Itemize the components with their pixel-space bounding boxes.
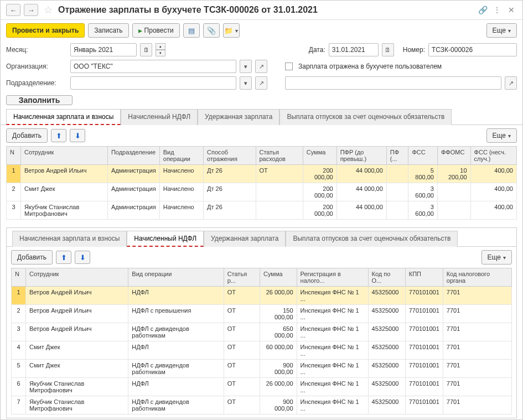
cell[interactable]: 60 000,00: [260, 341, 297, 360]
cell[interactable]: Якубчик Станислав Митрофанович: [21, 201, 108, 220]
column-header[interactable]: N: [7, 147, 21, 165]
cell[interactable]: Ветров Андрей Ильич: [26, 323, 128, 341]
post-and-close-button[interactable]: Провести и закрыть: [6, 23, 85, 38]
cell[interactable]: 3: [7, 201, 21, 220]
cell[interactable]: 7701: [443, 323, 511, 341]
org-field[interactable]: ООО "ТЕКС": [70, 60, 236, 73]
cell[interactable]: 900 000,00: [260, 360, 297, 378]
cell[interactable]: [386, 183, 408, 201]
column-header[interactable]: Способ отражения: [204, 147, 256, 165]
cell[interactable]: ОТ: [256, 165, 303, 183]
cell[interactable]: 45325000: [368, 341, 405, 360]
cell[interactable]: 650 000,00: [260, 323, 297, 341]
cell[interactable]: 400,00: [470, 183, 516, 201]
cell[interactable]: 400,00: [470, 201, 516, 220]
cell[interactable]: Инспекция ФНС № 1 ...: [297, 323, 368, 341]
cell[interactable]: НДФЛ с дивидендов работникам: [128, 323, 224, 341]
cell[interactable]: 770101001: [405, 378, 443, 396]
cell[interactable]: [386, 165, 408, 183]
cell[interactable]: 400,00: [470, 165, 516, 183]
table-row[interactable]: 6Якубчик Станислав МитрофановичНДФЛОТ26 …: [12, 378, 512, 396]
nav-back-button[interactable]: ←: [6, 4, 20, 16]
add-button-1[interactable]: Добавить: [6, 128, 48, 143]
cell[interactable]: 26 000,00: [260, 378, 297, 396]
cell[interactable]: Дт 26: [204, 183, 256, 201]
document-button[interactable]: ▤: [183, 23, 200, 38]
cell[interactable]: Ветров Андрей Ильич: [21, 165, 108, 183]
add-button-2[interactable]: Добавить: [11, 250, 53, 265]
extra-open[interactable]: ↗: [505, 76, 517, 90]
table-row[interactable]: 3Ветров Андрей ИльичНДФЛ с дивидендов ра…: [12, 323, 512, 341]
cell[interactable]: Дт 26: [204, 201, 256, 220]
cell[interactable]: ОТ: [224, 287, 260, 305]
column-header[interactable]: Код по О...: [368, 268, 405, 287]
cell[interactable]: 45325000: [368, 360, 405, 378]
cell[interactable]: 5: [12, 360, 26, 378]
column-header[interactable]: Сумма: [303, 147, 336, 165]
cell[interactable]: 770101001: [405, 396, 443, 414]
link-icon[interactable]: 🔗: [477, 4, 488, 15]
cell[interactable]: ОТ: [224, 323, 260, 341]
cell[interactable]: 1: [7, 165, 21, 183]
column-header[interactable]: Сотрудник: [21, 147, 108, 165]
cell[interactable]: 3 600,00: [408, 201, 438, 220]
division-field[interactable]: [70, 76, 236, 90]
division-dropdown[interactable]: ▾: [240, 76, 252, 90]
org-open[interactable]: ↗: [255, 60, 267, 73]
cell[interactable]: Смит Джек: [21, 183, 108, 201]
cell[interactable]: Смит Джек: [26, 341, 128, 360]
cell[interactable]: 150 000,00: [260, 305, 297, 323]
table-row[interactable]: 2Ветров Андрей ИльичНДФЛ с превышенияОТ1…: [12, 305, 512, 323]
cell[interactable]: 770101001: [405, 360, 443, 378]
cell[interactable]: 45325000: [368, 305, 405, 323]
cell[interactable]: Администрация: [107, 165, 159, 183]
cell[interactable]: Инспекция ФНС № 1 ...: [297, 305, 368, 323]
cell[interactable]: 7701: [443, 305, 511, 323]
cell[interactable]: 200 000,00: [303, 201, 336, 220]
cell[interactable]: Ветров Андрей Ильич: [26, 287, 128, 305]
cell[interactable]: Администрация: [107, 201, 159, 220]
table-row[interactable]: 5Смит ДжекНДФЛ с дивидендов работникамОТ…: [12, 360, 512, 378]
column-header[interactable]: ФФОМС: [437, 147, 470, 165]
column-header[interactable]: ФСС: [408, 147, 438, 165]
tab-accrued[interactable]: Начисленная зарплата и взносы: [6, 109, 121, 125]
month-down[interactable]: ▾: [156, 50, 165, 56]
column-header[interactable]: ПФ (...: [386, 147, 408, 165]
move-down-button-2[interactable]: ⬇: [75, 251, 90, 264]
post-button[interactable]: ▸Провести: [132, 23, 180, 38]
column-header[interactable]: Сотрудник: [26, 268, 128, 287]
month-up[interactable]: ▴: [156, 43, 165, 50]
cell[interactable]: Смит Джек: [26, 360, 128, 378]
cell[interactable]: 3 600,00: [408, 183, 438, 201]
division-open[interactable]: ↗: [255, 76, 267, 90]
tab-ndfl[interactable]: Начисленный НДФЛ: [121, 109, 198, 125]
cell[interactable]: 44 000,00: [336, 165, 386, 183]
folder-dropdown-button[interactable]: 📁: [223, 23, 240, 38]
nav-forward-button[interactable]: →: [24, 4, 38, 16]
cell[interactable]: 200 000,00: [303, 165, 336, 183]
subtab-withheld[interactable]: Удержанная зарплата: [204, 231, 286, 247]
cell[interactable]: Инспекция ФНС № 1 ...: [297, 287, 368, 305]
cell[interactable]: 770101001: [405, 305, 443, 323]
cell[interactable]: 2: [12, 305, 26, 323]
table-row[interactable]: 4Смит ДжекНДФЛОТ60 000,00Инспекция ФНС №…: [12, 341, 512, 360]
close-icon[interactable]: ✕: [506, 4, 517, 15]
table-row[interactable]: 2Смит ДжекАдминистрацияНачисленоДт 26200…: [7, 183, 517, 201]
cell[interactable]: НДФЛ с дивидендов работникам: [128, 396, 224, 414]
cell[interactable]: [386, 201, 408, 220]
column-header[interactable]: Регистрация в налого...: [297, 268, 368, 287]
write-button[interactable]: Записать: [88, 23, 128, 38]
subtab-vacation[interactable]: Выплата отпусков за счет оценочных обяза…: [286, 231, 458, 247]
cell[interactable]: Инспекция ФНС № 1 ...: [297, 378, 368, 396]
cell[interactable]: Якубчик Станислав Митрофанович: [26, 396, 128, 414]
cell[interactable]: 1: [12, 287, 26, 305]
column-header[interactable]: Код налогового органа: [443, 268, 511, 287]
cell[interactable]: Инспекция ФНС № 1 ...: [297, 396, 368, 414]
tab-withheld[interactable]: Удержанная зарплата: [198, 109, 279, 125]
column-header[interactable]: ФСС (несч. случ.): [470, 147, 516, 165]
cell[interactable]: 10 200,00: [437, 165, 470, 183]
cell[interactable]: 7701: [443, 378, 511, 396]
table-row[interactable]: 3Якубчик Станислав МитрофановичАдминистр…: [7, 201, 517, 220]
cell[interactable]: Ветров Андрей Ильич: [26, 305, 128, 323]
more-button-1[interactable]: Еще: [486, 128, 517, 143]
